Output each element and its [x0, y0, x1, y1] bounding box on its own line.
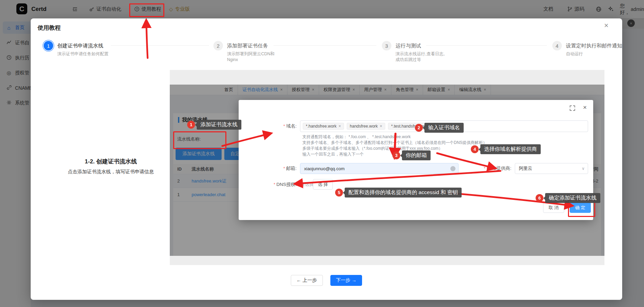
step-2-title: 添加部署证书任务: [227, 43, 268, 49]
fullscreen-icon[interactable]: [570, 105, 575, 112]
callout-5: 5 配置和选择你的域名提供商的 accessid 和 密钥: [335, 188, 462, 198]
step-4-desc: 自动运行: [566, 51, 620, 57]
chevron-down-icon: ∨: [582, 166, 588, 171]
step-1-desc: 演示证书申请任务如何配置: [57, 51, 113, 57]
note-title: 1-2. 创建证书流水线: [49, 158, 172, 165]
callout-badge: 6: [536, 194, 543, 202]
step-1-title: 创建证书申请流水线: [57, 43, 103, 49]
dns-auth-select-button[interactable]: 选 择: [313, 179, 333, 190]
dns-auth-placeholder: 请选择: [300, 181, 314, 188]
certd-app: C Certd 证书自动化 ? 使用教程 ◇ 专业版 文档: [0, 0, 644, 307]
step-4-circle: 4: [552, 41, 562, 50]
step-3-title: 运行与测试: [395, 43, 421, 49]
callout-6: 6 确定添加证书流水线: [536, 193, 600, 203]
domain-label: *域名:: [239, 123, 297, 129]
step-3-desc: 演示流水线运行,查看日志,成功后跳过等: [395, 51, 447, 63]
tutorial-note: 1-2. 创建证书流水线 点击添加证书流水线，填写证书申请信息: [49, 158, 172, 175]
step-connector: [273, 45, 376, 46]
callout-2: 2 输入证书域名: [415, 123, 464, 133]
clear-icon[interactable]: [450, 166, 455, 171]
cancel-button[interactable]: 取 消: [543, 202, 564, 213]
screenshot-top-strip: [170, 70, 604, 85]
step-3-circle: 3: [382, 41, 391, 50]
callout-badge: 2: [415, 124, 423, 132]
email-label: *邮箱:: [239, 165, 297, 172]
email-field[interactable]: xiaojunnuo@qq.com: [300, 163, 459, 174]
step-2-circle: 2: [213, 41, 223, 50]
note-desc: 点击添加证书流水线，填写证书申请信息: [49, 169, 172, 175]
next-step-button[interactable]: 下一步 →: [330, 275, 362, 286]
step-connector: [426, 45, 547, 46]
close-icon[interactable]: ×: [604, 21, 609, 30]
screenshot-bottom-strip: [170, 256, 604, 265]
domain-tag: handsfree.work ×: [347, 123, 385, 130]
prev-step-button[interactable]: ← 上一步: [291, 275, 323, 286]
tutorial-footer: ← 上一步 下一步 →: [31, 275, 622, 286]
modal-title: 使用教程: [38, 24, 61, 32]
callout-badge: 4: [471, 145, 479, 153]
confirm-button[interactable]: 确 定: [570, 202, 591, 213]
step-2-desc: 演示部署到阿里云CDN和Nginx: [227, 51, 284, 63]
callout-badge: 3: [392, 151, 400, 159]
domain-tag: *.handsfree.work ×: [303, 123, 344, 130]
callout-badge: 5: [335, 189, 343, 196]
callout-1: 1 添加证书流水线: [187, 120, 241, 130]
step-connector: [111, 45, 209, 46]
tutorial-screenshot: 首页 证书自动化流水线 × 授权管理 × 权限资源管理 ×: [170, 70, 604, 265]
callout-3: 3 你的邮箱: [392, 150, 431, 160]
callout-badge: 1: [187, 121, 195, 129]
dns-provider-select[interactable]: 阿里云 ∨: [515, 163, 588, 174]
tag-remove-icon[interactable]: ×: [380, 124, 382, 129]
callout-4: 4 选择你域名解析提供商: [471, 144, 541, 154]
dns-auth-label: *DNS授权:: [239, 181, 297, 188]
dns-provider-label: *DNS提供商:: [464, 165, 511, 172]
step-1-circle: 1: [44, 41, 53, 50]
close-icon[interactable]: ×: [583, 104, 587, 111]
tag-remove-icon[interactable]: ×: [339, 124, 341, 129]
step-4-title: 设置定时执行和邮件通知: [566, 43, 622, 49]
tutorial-modal: 使用教程 × 1 创建证书申请流水线 演示证书申请任务如何配置 2 添加部署证书…: [31, 18, 622, 300]
